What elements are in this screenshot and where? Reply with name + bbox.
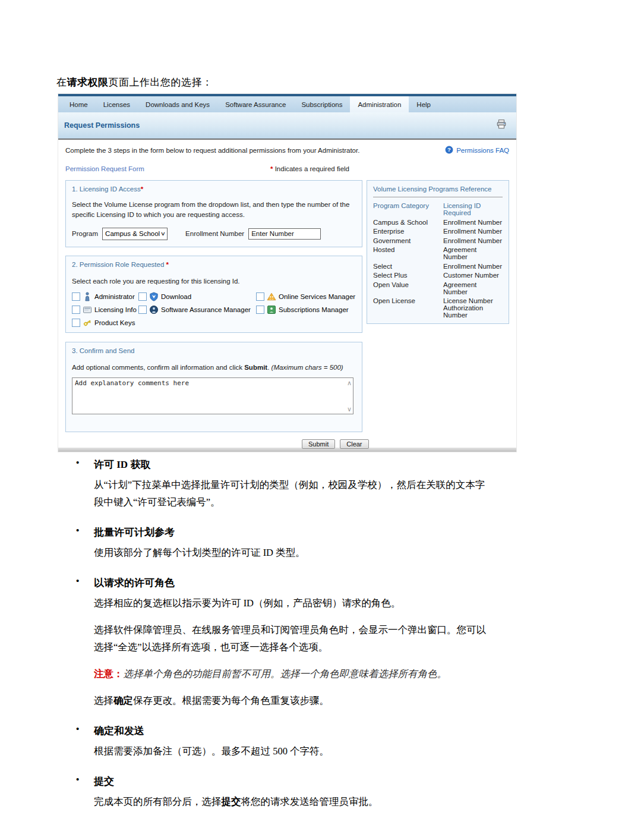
bullet-icon: • [76,458,94,471]
required-field-note: * Indicates a required field [270,165,349,172]
licensing-info-icon [83,305,92,314]
online-services-manager-icon [267,292,276,301]
online-services-manager-checkbox[interactable] [256,292,264,301]
reference-divider [373,197,503,197]
submit-button[interactable]: Submit [302,439,335,449]
program-dropdown[interactable]: Campus & School ∨ [102,228,168,240]
step3-desc-maxchars: (Maximum chars = 500) [272,364,343,371]
nav-item-software-assurance[interactable]: Software Assurance [217,96,293,112]
ref-row-required-line2: Authorization Number [443,304,483,319]
bullet-heading: 以请求的许可角色 [94,576,175,590]
printer-icon[interactable] [496,119,507,132]
bullet-icon: • [76,775,94,788]
administrator-checkbox[interactable] [72,292,80,301]
comments-textarea[interactable]: Add explanatory comments here [72,378,346,413]
bullet-icon: • [76,525,94,539]
step2-description: Select each role you are requesting for … [72,276,362,287]
clear-button[interactable]: Clear [340,439,368,449]
reference-table: Program Category Licensing ID Required C… [373,202,503,319]
role-licensing-info-label: Licensing Info [94,306,137,313]
bullet-icon: • [76,576,94,590]
form-title: Permission Request Form [65,165,144,172]
ref-row-category: Campus & School [373,219,443,226]
bullet-submit: •提交 完成本页的所有部分后，选择提交将您的请求发送给管理员审批。 [76,775,492,810]
ref-row-required: Enrollment Number [443,219,503,226]
download-checkbox[interactable] [138,292,147,301]
role-software-assurance-manager-label: Software Assurance Manager [161,306,251,313]
ref-row-category: Open License [373,297,443,319]
reference-col-category: Program Category [373,202,443,216]
bullet-body: 从“计划”下拉菜单中选择批量许可计划的类型（例如，校园及学校），然后在关联的文本… [94,476,487,511]
ref-row-required: Agreement Number [443,281,503,295]
scroll-up-icon[interactable]: ∧ [347,380,352,386]
nav-item-help[interactable]: Help [409,96,438,112]
svg-text:?: ? [447,146,451,153]
step1-controls: Program Campus & School ∨ Enrollment Num… [72,228,356,240]
ref-row-category: Select [373,263,443,270]
nav-item-subscriptions[interactable]: Subscriptions [293,96,350,112]
body-bold-submit: 提交 [222,796,241,807]
step3-desc-submit: Submit [244,364,267,371]
form-left-column: 1. Licensing ID Access* Select the Volum… [65,180,362,449]
step2-title: 2. Permission Role Requested [72,261,166,268]
program-dropdown-value: Campus & School [105,230,160,237]
role-software-assurance-manager: Software Assurance Manager [138,305,256,314]
para-prefix: 选择 [94,695,113,706]
step1-required-star: * [141,185,143,193]
step2-required-star: * [166,261,169,268]
product-keys-icon [83,318,92,328]
nav-item-downloads-and-keys[interactable]: Downloads and Keys [138,96,217,112]
step3-description: Add optional comments, confirm all infor… [72,363,357,373]
enrollment-number-input[interactable] [248,228,321,240]
ref-row-category: Select Plus [373,272,443,279]
bullet-heading-row: •确定和发送 [76,724,492,738]
body-prefix: 完成本页的所有部分后，选择 [94,796,222,807]
main-navigation: Home Licenses Downloads and Keys Softwar… [58,96,516,112]
bullet-paragraph: 选择软件保障管理员、在线服务管理员和订阅管理员角色时，会显示一个弹出窗口。您可以… [94,621,487,656]
step1-description: Select the Volume License program from t… [72,200,362,221]
software-assurance-manager-icon [149,305,159,314]
volume-licensing-programs-reference-panel: Volume Licensing Programs Reference Prog… [367,180,509,324]
step2-permission-role-section: 2. Permission Role Requested * Select ea… [65,256,362,333]
ref-row-required: Agreement Number [443,246,503,260]
nav-item-administration[interactable]: Administration [350,96,409,112]
bullet-permission-role-requested: •以请求的许可角色 选择相应的复选框以指示要为许可 ID（例如，产品密钥）请求的… [76,576,492,709]
roles-grid: Administrator Download Online Services M… [72,290,356,329]
ref-row-required: License NumberAuthorization Number [443,297,503,319]
software-assurance-manager-checkbox[interactable] [138,306,147,314]
page-content: Complete the 3 steps in the form below t… [58,140,516,442]
role-product-keys: Product Keys [72,318,138,328]
ref-row-required: Enrollment Number [443,228,503,235]
step3-confirm-and-send-section: 3. Confirm and Send Add optional comment… [65,342,362,432]
download-icon [149,292,159,301]
ref-row-category: Enterprise [373,228,443,235]
ref-row-required: Customer Number [443,272,503,279]
para-suffix: 保存更改。根据需要为每个角色重复该步骤。 [133,695,329,706]
ref-row-required-line1: License Number [443,297,493,304]
program-label: Program [72,230,98,237]
nav-item-licenses[interactable]: Licenses [96,96,138,112]
steps-intro-text: Complete the 3 steps in the form below t… [65,147,359,154]
chevron-down-icon: ∨ [160,231,165,237]
vlsc-screenshot: Home Licenses Downloads and Keys Softwar… [58,94,516,452]
form-main-area: 1. Licensing ID Access* Select the Volum… [65,180,509,449]
role-online-services-manager: Online Services Manager [256,292,356,301]
bullet-paragraph: 选择确定保存更改。根据需要为每个角色重复该步骤。 [94,692,487,709]
role-online-services-manager-label: Online Services Manager [279,293,355,300]
bullet-body: 选择相应的复选框以指示要为许可 ID（例如，产品密钥）请求的角色。 [94,594,487,612]
nav-item-home[interactable]: Home [62,96,96,112]
step1-licensing-id-access-section: 1. Licensing ID Access* Select the Volum… [65,180,362,247]
bullet-heading-row: •许可 ID 获取 [76,458,492,471]
required-text: Indicates a required field [273,165,349,172]
ref-row-category: Open Value [373,281,443,295]
bullet-heading: 许可 ID 获取 [94,458,150,471]
bullet-body: 根据需要添加备注（可选）。最多不超过 500 个字符。 [94,742,487,760]
enrollment-number-label: Enrollment Number [185,230,244,237]
subscriptions-manager-checkbox[interactable] [256,306,264,314]
step2-title-row: 2. Permission Role Requested * [72,261,356,268]
licensing-info-checkbox[interactable] [72,306,80,314]
bullet-body: 使用该部分了解每个计划类型的许可证 ID 类型。 [94,544,487,561]
scroll-down-icon[interactable]: ∨ [347,406,352,412]
product-keys-checkbox[interactable] [72,319,80,327]
permissions-faq-link[interactable]: ? Permissions FAQ [445,146,509,155]
